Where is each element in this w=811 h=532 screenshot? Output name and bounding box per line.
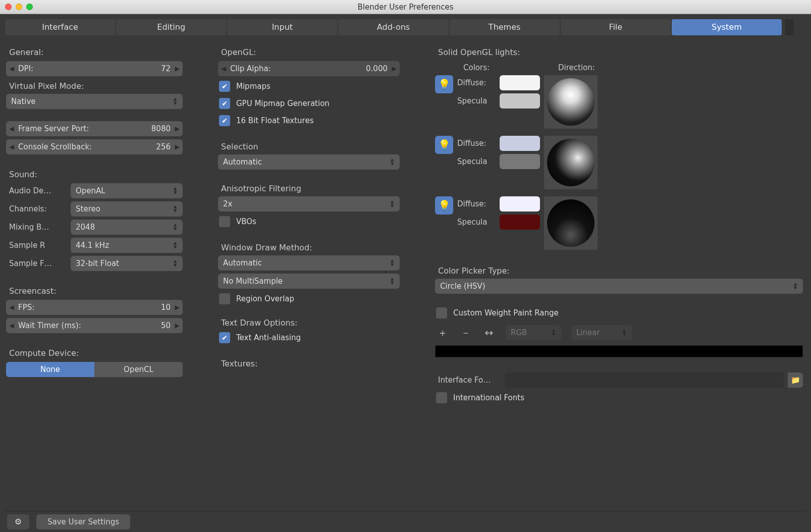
clip-alpha-field[interactable]: ◀ Clip Alpha: 0.000 ▶ bbox=[218, 61, 400, 76]
chevron-left-icon[interactable]: ◀ bbox=[6, 143, 17, 150]
editor-type-button[interactable]: ⚙ bbox=[7, 514, 29, 529]
light2-toggle[interactable]: 💡 bbox=[435, 136, 453, 154]
light3-toggle[interactable]: 💡 bbox=[435, 196, 453, 215]
light1-diffuse-swatch[interactable] bbox=[500, 75, 540, 90]
prefs-scrollbar[interactable] bbox=[785, 19, 794, 35]
tab-addons[interactable]: Add-ons bbox=[338, 19, 448, 35]
color-picker-dropdown[interactable]: Circle (HSV) bbox=[435, 279, 803, 294]
mac-titlebar: Blender User Preferences bbox=[0, 0, 811, 14]
text-draw-heading: Text Draw Options: bbox=[221, 318, 400, 328]
direction-heading: Direction: bbox=[552, 63, 803, 72]
sample-format-dropdown[interactable]: 32-bit Float bbox=[71, 256, 183, 271]
chevron-left-icon[interactable]: ◀ bbox=[6, 322, 17, 329]
dpi-field[interactable]: ◀ DPI: 72 ▶ bbox=[6, 61, 183, 76]
international-fonts-label: International Fonts bbox=[453, 393, 524, 402]
light1-specular-swatch[interactable] bbox=[500, 93, 540, 109]
console-scrollback-value: 256 bbox=[156, 142, 172, 151]
colorspace-dropdown[interactable]: RGB bbox=[506, 325, 561, 340]
screencast-heading: Screencast: bbox=[9, 286, 183, 296]
float16-textures-label: 16 Bit Float Textures bbox=[236, 116, 314, 125]
chevron-left-icon[interactable]: ◀ bbox=[6, 65, 17, 72]
tab-editing[interactable]: Editing bbox=[116, 19, 226, 35]
region-overlap-checkbox[interactable] bbox=[219, 293, 230, 304]
gpu-mipmap-checkbox[interactable] bbox=[219, 98, 230, 109]
light1-toggle[interactable]: 💡 bbox=[435, 75, 453, 93]
window-draw-method-heading: Window Draw Method: bbox=[221, 243, 400, 252]
light2-specular-swatch[interactable] bbox=[500, 154, 540, 169]
light3-specular-swatch[interactable] bbox=[500, 215, 540, 230]
international-fonts-checkbox[interactable] bbox=[436, 392, 447, 403]
bulb-icon: 💡 bbox=[438, 78, 451, 90]
light1-direction-widget[interactable] bbox=[544, 75, 598, 129]
console-scrollback-field[interactable]: ◀ Console Scrollback: 256 ▶ bbox=[6, 139, 183, 154]
compute-device-heading: Compute Device: bbox=[9, 348, 183, 358]
dpi-value: 72 bbox=[161, 64, 172, 73]
minus-icon[interactable]: － bbox=[459, 326, 472, 340]
chevron-right-icon[interactable]: ▶ bbox=[172, 125, 183, 132]
compute-none-button[interactable]: None bbox=[6, 362, 94, 377]
textures-heading: Textures: bbox=[221, 359, 400, 368]
chevron-right-icon[interactable]: ▶ bbox=[389, 65, 400, 72]
light2-diffuse-label: Diffuse: bbox=[457, 136, 496, 151]
light-row-3: 💡 Diffuse: Specula bbox=[435, 196, 803, 250]
multisample-dropdown[interactable]: No MultiSample bbox=[218, 274, 400, 289]
updown-icon bbox=[172, 187, 179, 195]
chevron-left-icon[interactable]: ◀ bbox=[6, 304, 17, 311]
updown-icon bbox=[389, 158, 396, 166]
audio-device-dropdown[interactable]: OpenAL bbox=[71, 183, 183, 198]
weight-paint-toolbar: ＋ － ↔ RGB Linear bbox=[435, 323, 803, 342]
selection-heading: Selection bbox=[221, 142, 400, 151]
compute-opencl-button[interactable]: OpenCL bbox=[94, 362, 183, 377]
updown-icon bbox=[389, 200, 396, 208]
sample-rate-label: Sample R bbox=[6, 241, 66, 250]
mixing-buffer-dropdown[interactable]: 2048 bbox=[71, 220, 183, 235]
float16-textures-checkbox[interactable] bbox=[219, 115, 230, 126]
tab-input[interactable]: Input bbox=[227, 19, 337, 35]
light3-diffuse-label: Diffuse: bbox=[457, 196, 496, 211]
channels-dropdown[interactable]: Stereo bbox=[71, 201, 183, 217]
plus-icon[interactable]: ＋ bbox=[436, 326, 449, 340]
vbos-checkbox[interactable] bbox=[219, 216, 230, 227]
chevron-left-icon[interactable]: ◀ bbox=[218, 65, 229, 72]
updown-icon bbox=[172, 259, 179, 268]
chevron-left-icon[interactable]: ◀ bbox=[6, 125, 17, 132]
flip-icon[interactable]: ↔ bbox=[482, 327, 496, 339]
tab-themes[interactable]: Themes bbox=[450, 19, 560, 35]
interface-font-field[interactable] bbox=[505, 373, 784, 388]
light2-diffuse-swatch[interactable] bbox=[500, 136, 540, 151]
frame-port-label: Frame Server Port: bbox=[17, 124, 151, 133]
tab-file[interactable]: File bbox=[561, 19, 671, 35]
screencast-wait-field[interactable]: ◀ Wait Timer (ms): 50 ▶ bbox=[6, 318, 183, 333]
tab-system[interactable]: System bbox=[672, 19, 782, 35]
anisotropic-heading: Anisotropic Filtering bbox=[221, 184, 400, 193]
mipmaps-checkbox[interactable] bbox=[219, 81, 230, 92]
selection-dropdown[interactable]: Automatic bbox=[218, 154, 400, 170]
screencast-fps-field[interactable]: ◀ FPS: 10 ▶ bbox=[6, 300, 183, 315]
sound-heading: Sound: bbox=[9, 170, 183, 179]
tab-interface[interactable]: Interface bbox=[5, 19, 115, 35]
chevron-right-icon[interactable]: ▶ bbox=[172, 65, 183, 72]
text-aa-label: Text Anti-aliasing bbox=[236, 333, 301, 342]
colors-heading: Colors: bbox=[463, 63, 509, 72]
light3-diffuse-swatch[interactable] bbox=[500, 196, 540, 211]
custom-weight-paint-checkbox[interactable] bbox=[436, 307, 447, 318]
chevron-right-icon[interactable]: ▶ bbox=[172, 322, 183, 329]
open-file-button[interactable]: 📁 bbox=[788, 373, 803, 388]
color-ramp[interactable] bbox=[435, 345, 803, 357]
chevron-right-icon[interactable]: ▶ bbox=[172, 304, 183, 311]
save-user-settings-button[interactable]: Save User Settings bbox=[36, 514, 130, 529]
bulb-icon: 💡 bbox=[438, 199, 451, 211]
frame-server-port-field[interactable]: ◀ Frame Server Port: 8080 ▶ bbox=[6, 121, 183, 136]
light3-direction-widget[interactable] bbox=[544, 196, 598, 250]
light2-direction-widget[interactable] bbox=[544, 136, 598, 189]
updown-icon bbox=[172, 223, 179, 231]
chevron-right-icon[interactable]: ▶ bbox=[172, 143, 183, 150]
virtual-pixel-mode-dropdown[interactable]: Native bbox=[6, 94, 183, 109]
text-aa-checkbox[interactable] bbox=[219, 332, 230, 343]
anisotropic-dropdown[interactable]: 2x bbox=[218, 196, 400, 211]
sample-rate-dropdown[interactable]: 44.1 kHz bbox=[71, 238, 183, 253]
window-draw-method-dropdown[interactable]: Automatic bbox=[218, 255, 400, 271]
audio-device-label: Audio De… bbox=[6, 186, 66, 195]
prefs-icon: ⚙ bbox=[15, 517, 22, 526]
interpolation-dropdown[interactable]: Linear bbox=[571, 325, 632, 340]
